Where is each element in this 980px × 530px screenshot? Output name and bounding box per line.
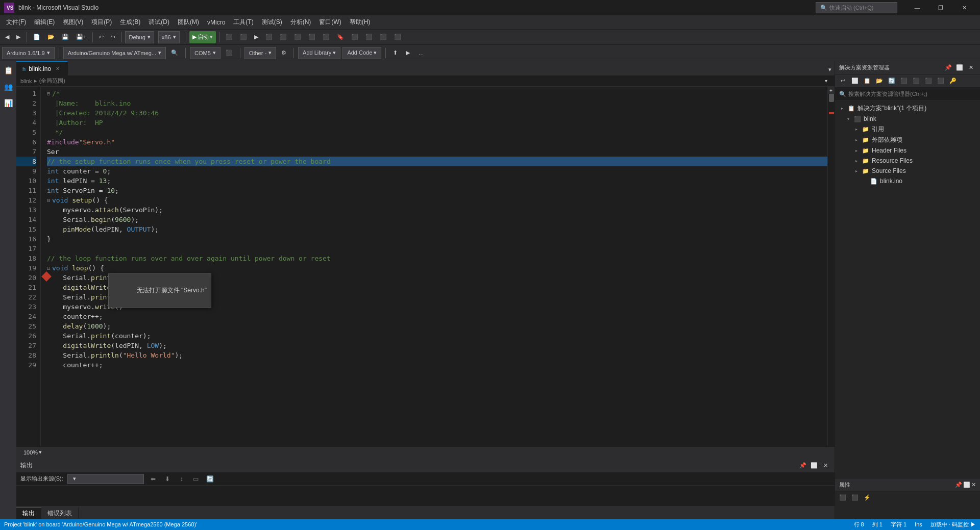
source-expand-icon[interactable]: ▸ (853, 168, 860, 174)
resource-expand-icon[interactable]: ▸ (853, 158, 860, 164)
se-open-btn[interactable]: ⬛ (935, 75, 946, 87)
add-library-button[interactable]: Add Library ▾ (298, 47, 340, 59)
menu-build[interactable]: 生成(B) (116, 16, 144, 29)
se-sync-btn[interactable]: ↩ (837, 75, 848, 87)
port-dropdown[interactable]: COM5 ▾ (190, 47, 220, 59)
minimize-button[interactable]: — (905, 0, 929, 15)
se-float-btn[interactable]: ⬜ (954, 63, 965, 73)
tb-btn-10[interactable]: ⬛ (348, 31, 361, 43)
menu-tools[interactable]: 工具(T) (229, 16, 257, 29)
teamexplorer-icon[interactable]: 👥 (1, 80, 15, 94)
more-options-btn[interactable]: … (415, 47, 427, 59)
menu-view[interactable]: 视图(V) (59, 16, 87, 29)
output-pin-btn[interactable]: 📌 (798, 460, 808, 470)
project-blink-item[interactable]: ▾ ⬛ blink (835, 114, 980, 124)
tb-btn-12[interactable]: ⬛ (377, 31, 390, 43)
props-events-btn[interactable]: ⚡ (862, 492, 873, 503)
serial-monitor-btn[interactable]: ⬛ (223, 47, 236, 59)
new-file-button[interactable]: 📄 (30, 31, 43, 43)
se-refresh-btn[interactable]: 🔄 (886, 75, 897, 87)
project-expand-icon[interactable]: ▾ (845, 116, 851, 122)
upload-button[interactable]: ⬆ (390, 47, 401, 59)
references-item[interactable]: ▸ 📁 引用 (835, 124, 980, 135)
menu-project[interactable]: 项目(P) (87, 16, 116, 29)
editor-scrollbar[interactable]: + (827, 87, 835, 446)
save-button[interactable]: 💾 (59, 31, 72, 43)
se-show-all-btn[interactable]: 📂 (874, 75, 885, 87)
redo-button[interactable]: ↪ (108, 31, 118, 43)
tb-btn-2[interactable]: ⬛ (237, 31, 250, 43)
output-wrap-btn[interactable]: ↕ (177, 474, 187, 484)
props-close-btn[interactable]: ✕ (971, 482, 976, 488)
menu-file[interactable]: 文件(F) (2, 16, 30, 29)
breadcrumb-expand[interactable]: ▾ (822, 75, 830, 87)
tab-blink-ino[interactable]: h blink.ino ✕ (16, 61, 68, 75)
output-sync-btn[interactable]: 🔄 (205, 474, 215, 484)
restore-button[interactable]: ❐ (929, 0, 952, 15)
se-collapse-btn[interactable]: ⬛ (898, 75, 910, 87)
se-properties-btn[interactable]: ⬜ (849, 75, 861, 87)
menu-test[interactable]: 测试(S) (258, 16, 286, 29)
platform-dropdown[interactable]: x86 ▾ (158, 31, 180, 43)
menu-debug[interactable]: 调试(D) (144, 16, 174, 29)
menu-team[interactable]: 团队(M) (174, 16, 203, 29)
se-pin-btn[interactable]: 📌 (943, 63, 953, 73)
se-close-btn[interactable]: ✕ (966, 63, 976, 73)
add-code-button[interactable]: Add Code ▾ (342, 47, 381, 59)
output-float-btn[interactable]: ⬜ (809, 460, 819, 470)
tb-btn-11[interactable]: ⬛ (362, 31, 376, 43)
references-expand-icon[interactable]: ▸ (853, 127, 860, 133)
other-dropdown[interactable]: Other - ▾ (244, 47, 276, 59)
source-files-item[interactable]: ▸ 📁 Source Files (835, 166, 980, 176)
menu-help[interactable]: 帮助(H) (346, 16, 375, 29)
board-search-btn[interactable]: 🔍 (168, 47, 181, 59)
tb-btn-8[interactable]: ⬛ (320, 31, 333, 43)
tb-btn-6[interactable]: ⬛ (291, 31, 304, 43)
output-tab[interactable]: 输出 (16, 508, 41, 519)
open-file-button[interactable]: 📂 (44, 31, 58, 43)
props-list-btn[interactable]: ⬛ (837, 492, 848, 503)
arduino-version-dropdown[interactable]: Arduino 1.6/1.9 ▾ (2, 47, 55, 59)
header-expand-icon[interactable]: ▸ (853, 147, 860, 154)
resource-files-item[interactable]: ▸ 📁 Resource Files (835, 156, 980, 166)
run-sketch-btn[interactable]: ▶ (403, 47, 413, 59)
tab-dropdown-btn[interactable]: ▾ (825, 63, 835, 75)
header-files-item[interactable]: ▸ 📁 Header Files (835, 145, 980, 156)
se-key-btn[interactable]: 🔑 (947, 75, 959, 87)
tb-btn-5[interactable]: ⬛ (277, 31, 290, 43)
se-preview-btn[interactable]: 📋 (862, 75, 873, 87)
undo-button[interactable]: ↩ (96, 31, 107, 43)
tb-btn-9[interactable]: 🔖 (334, 31, 347, 43)
menu-edit[interactable]: 编辑(E) (30, 16, 59, 29)
fold-icon-19[interactable]: ⊟ (47, 263, 50, 273)
properties-icon[interactable]: 📊 (1, 96, 15, 110)
tb-btn-13[interactable]: ⬛ (391, 31, 404, 43)
arduino-settings-btn[interactable]: ⚙ (278, 47, 289, 59)
tb-btn-7[interactable]: ⬛ (305, 31, 318, 43)
tb-btn-1[interactable]: ⬛ (223, 31, 236, 43)
scroll-up-btn[interactable]: + (827, 87, 835, 94)
run-button[interactable]: ▶ 启动 ▾ (189, 31, 216, 43)
error-list-tab[interactable]: 错误列表 (41, 508, 79, 519)
save-all-button[interactable]: 💾+ (73, 31, 89, 43)
menu-analyze[interactable]: 分析(N) (286, 16, 315, 29)
tb-btn-3[interactable]: ▶ (251, 31, 261, 43)
output-find-btn[interactable]: ▭ (191, 474, 201, 484)
output-close-btn[interactable]: ✕ (820, 460, 830, 470)
close-button[interactable]: ✕ (952, 0, 976, 15)
external-deps-item[interactable]: ▸ 📁 外部依赖项 (835, 135, 980, 145)
back-button[interactable]: ◀ (2, 31, 12, 43)
output-source-dropdown[interactable]: ▾ (67, 474, 144, 484)
tb-btn-4[interactable]: ⬛ (262, 31, 276, 43)
fold-icon-1[interactable]: ⊟ (47, 89, 50, 98)
tab-close-button[interactable]: ✕ (54, 65, 61, 72)
config-dropdown[interactable]: Debug ▾ (125, 31, 154, 43)
ext-deps-expand-icon[interactable]: ▸ (853, 137, 860, 143)
blink-ino-item[interactable]: 📄 blink.ino (835, 176, 980, 186)
code-editor[interactable]: 1 2 3 4 5 6 7 8 9 10 11 12 13 14 15 16 1 (16, 87, 835, 446)
quick-launch-bar[interactable]: 🔍 快速启动 (Ctrl+Q) (816, 2, 897, 13)
board-dropdown[interactable]: Arduino/Genuino Mega w/ ATmeg... ▾ (63, 47, 166, 59)
menu-window[interactable]: 窗口(W) (315, 16, 345, 29)
output-filter-btn[interactable]: ⬇ (162, 474, 173, 484)
se-new-file-btn[interactable]: ⬛ (923, 75, 934, 87)
